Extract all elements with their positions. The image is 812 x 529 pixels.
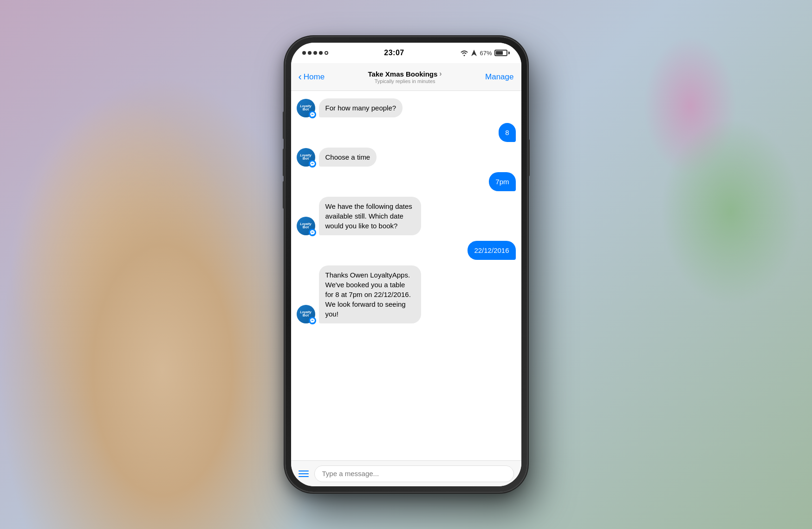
nav-title-row: Take Xmas Bookings › xyxy=(368,70,442,78)
bottom-bar xyxy=(291,460,521,486)
message-row-5: Loyalty Bot We have the following dates … xyxy=(297,197,516,235)
nav-title-chevron: › xyxy=(439,70,442,78)
messenger-badge-2 xyxy=(309,160,316,168)
message-input[interactable] xyxy=(314,465,514,482)
messenger-icon-2 xyxy=(310,161,315,166)
message-row-6: 22/12/2016 xyxy=(297,241,516,260)
signal-dot-5 xyxy=(325,51,328,55)
menu-line-1 xyxy=(299,471,309,471)
bot-avatar-1: Loyalty Bot xyxy=(297,99,315,117)
signal-bars xyxy=(302,51,328,55)
bot-bubble-3: We have the following dates available st… xyxy=(319,197,421,235)
messenger-badge-4 xyxy=(309,317,316,324)
bot-bubble-2: Choose a time xyxy=(319,148,377,167)
nav-back-button[interactable]: ‹ Home xyxy=(299,72,325,82)
message-row-1: Loyalty Bot For how many people? xyxy=(297,98,516,117)
phone-mockup: 23:07 67% xyxy=(286,37,527,492)
nav-center: Take Xmas Bookings › Typically replies i… xyxy=(368,70,442,84)
nav-header: ‹ Home Take Xmas Bookings › Typically re… xyxy=(291,63,521,91)
status-bar: 23:07 67% xyxy=(291,43,521,63)
status-icons: 67% xyxy=(460,50,510,57)
signal-dot-2 xyxy=(308,51,312,55)
menu-button[interactable] xyxy=(299,471,309,477)
signal-dot-3 xyxy=(313,51,317,55)
user-bubble-1: 8 xyxy=(499,123,515,142)
battery-tip xyxy=(508,52,510,54)
bot-bubble-4: Thanks Owen LoyaltyApps. We've booked yo… xyxy=(319,265,421,323)
messenger-icon-3 xyxy=(310,230,315,235)
battery-percent: 67% xyxy=(480,50,492,57)
svg-marker-0 xyxy=(471,50,477,56)
bot-bubble-1: For how many people? xyxy=(319,98,403,117)
message-row-2: 8 xyxy=(297,123,516,142)
messenger-badge-3 xyxy=(309,229,316,236)
chat-area: Loyalty Bot For how many people? xyxy=(291,91,521,460)
battery-body xyxy=(494,50,507,56)
wifi-icon xyxy=(460,50,468,56)
menu-line-2 xyxy=(299,473,309,474)
phone-shell: 23:07 67% xyxy=(286,37,527,492)
message-row-7: Loyalty Bot Thanks Owen LoyaltyApps. We'… xyxy=(297,265,516,323)
battery-icon xyxy=(494,50,510,56)
bot-avatar-2: Loyalty Bot xyxy=(297,148,315,167)
battery-fill xyxy=(496,51,503,55)
nav-manage-button[interactable]: Manage xyxy=(485,72,513,82)
messenger-icon xyxy=(310,112,315,117)
nav-back-label: Home xyxy=(304,72,325,82)
location-icon xyxy=(471,50,477,56)
messenger-icon-4 xyxy=(310,318,315,323)
bot-avatar-4: Loyalty Bot xyxy=(297,305,315,323)
messenger-badge xyxy=(309,111,316,118)
status-time: 23:07 xyxy=(384,49,404,57)
message-row-3: Loyalty Bot Choose a time xyxy=(297,148,516,167)
nav-title: Take Xmas Bookings xyxy=(368,70,438,78)
message-row-4: 7pm xyxy=(297,172,516,191)
menu-line-3 xyxy=(299,476,309,477)
user-bubble-3: 22/12/2016 xyxy=(468,241,515,260)
back-arrow-icon: ‹ xyxy=(299,72,302,82)
signal-dot-1 xyxy=(302,51,306,55)
bot-avatar-3: Loyalty Bot xyxy=(297,217,315,235)
phone-screen: 23:07 67% xyxy=(291,43,521,486)
signal-dot-4 xyxy=(319,51,323,55)
user-bubble-2: 7pm xyxy=(489,172,515,191)
nav-subtitle: Typically replies in minutes xyxy=(375,78,435,84)
